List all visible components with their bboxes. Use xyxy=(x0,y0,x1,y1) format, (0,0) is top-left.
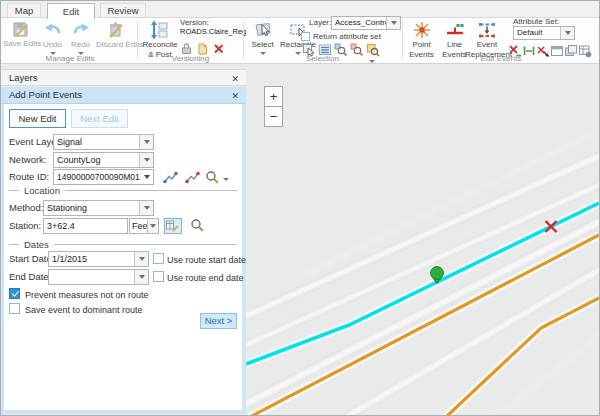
method-value: Stationing xyxy=(44,201,139,215)
group-label-edit-events: Edit Events xyxy=(403,54,599,63)
zoom-in-button[interactable]: + xyxy=(264,86,283,107)
reconcile-label-line1: Reconcile xyxy=(140,41,180,50)
group-label-versioning: Versioning xyxy=(138,54,243,63)
save-to-dominant-checkbox[interactable] xyxy=(9,303,20,314)
end-date-label: End Date: xyxy=(9,269,51,285)
method-label: Method: xyxy=(9,200,43,216)
save-edits-label: Save Edits xyxy=(3,40,37,49)
redo-icon xyxy=(71,20,91,40)
save-icon xyxy=(11,20,30,39)
station-units-value: Feet xyxy=(130,219,147,233)
add-point-events-pane-header[interactable]: Add Point Events ✕ xyxy=(1,87,246,104)
point-events-icon xyxy=(412,20,432,40)
station-units-dropdown[interactable]: Feet xyxy=(129,218,159,234)
start-date-dropdown[interactable]: 1/1/2015 xyxy=(48,251,149,267)
layer-label: Layer: xyxy=(309,18,331,27)
combo-arrow[interactable] xyxy=(141,170,153,184)
network-value: CountyLog xyxy=(54,153,139,167)
layers-pane-title: Layers xyxy=(9,72,38,83)
event-replacement-icon xyxy=(477,20,497,40)
dropdown-arrow[interactable] xyxy=(134,270,148,284)
dropdown-arrow[interactable] xyxy=(134,252,148,266)
select-label: Select xyxy=(247,41,278,50)
layer-dropdown[interactable]: Access_Control xyxy=(331,16,401,30)
route-id-value: 14900000700090M01 xyxy=(54,170,141,184)
dropdown-arrow[interactable] xyxy=(560,27,574,39)
station-value: 3+62.4 xyxy=(44,219,127,233)
select-cursor-icon xyxy=(253,20,273,40)
version-label: Version: xyxy=(180,18,209,27)
attribute-set-dropdown[interactable]: Default xyxy=(513,26,575,40)
new-edit-button[interactable]: New Edit xyxy=(9,109,66,128)
undo-button[interactable]: Undo xyxy=(39,20,66,55)
tab-edit[interactable]: Edit xyxy=(47,3,95,19)
use-route-start-date-label: Use route start date xyxy=(167,254,246,266)
use-route-start-date-checkbox[interactable] xyxy=(153,253,164,264)
dates-section-label: Dates xyxy=(24,239,49,250)
dropdown-arrow[interactable] xyxy=(139,153,153,167)
method-dropdown[interactable]: Stationing xyxy=(43,200,154,216)
group-label-manage-edits: Manage Edits xyxy=(3,54,137,63)
zoom-to-route-icon[interactable] xyxy=(205,170,219,184)
pick-station-tool-active[interactable] xyxy=(164,218,182,234)
undo-icon xyxy=(43,20,63,40)
save-to-dominant-label: Save event to dominant route xyxy=(25,304,143,316)
event-layer-value: Signal xyxy=(54,135,139,149)
attribute-set-label: Attribute Set: xyxy=(513,17,559,26)
network-dropdown[interactable]: CountyLog xyxy=(53,152,154,168)
add-point-events-title: Add Point Events xyxy=(9,89,82,100)
discard-edits-button[interactable]: Discard Edits xyxy=(96,20,135,50)
station-input[interactable]: 3+62.4 xyxy=(43,218,128,234)
use-route-end-date-checkbox[interactable] xyxy=(153,271,164,282)
network-label: Network: xyxy=(9,152,46,168)
zoom-to-station-icon[interactable] xyxy=(190,218,204,232)
select-button[interactable]: Select xyxy=(247,20,278,55)
route-id-combobox[interactable]: 14900000700090M01 xyxy=(53,169,154,185)
version-value: ROADS.Claire_Reg xyxy=(180,27,246,36)
dropdown-arrow[interactable] xyxy=(386,17,400,29)
end-date-dropdown[interactable] xyxy=(48,269,149,285)
event-layer-dropdown[interactable]: Signal xyxy=(53,134,154,150)
dropdown-arrow[interactable] xyxy=(139,135,153,149)
redo-label: Redo xyxy=(67,41,94,50)
ribbon-tabstrip: Map Edit Review xyxy=(1,1,599,18)
chevron-down-icon xyxy=(223,178,229,181)
group-label-selection: Selection xyxy=(244,54,401,63)
map-graphics xyxy=(246,64,599,415)
prevent-measures-label: Prevent measures not on route xyxy=(25,289,149,301)
tab-review[interactable]: Review xyxy=(100,3,146,17)
select-route-on-map-icon[interactable] xyxy=(163,170,177,184)
next-button[interactable]: Next > xyxy=(200,313,237,329)
location-section-label: Location xyxy=(24,185,60,196)
start-date-value: 1/1/2015 xyxy=(49,252,134,266)
point-events-label-line1: Point xyxy=(406,41,437,50)
station-label: Station: xyxy=(9,218,41,234)
use-route-end-date-label: Use route end date xyxy=(167,272,244,284)
return-attribute-set-checkbox[interactable] xyxy=(301,32,310,41)
map-zoom-control: + − xyxy=(264,86,283,127)
line-events-icon xyxy=(445,20,465,40)
save-edits-button[interactable]: Save Edits xyxy=(3,20,37,49)
discard-edits-label: Discard Edits xyxy=(96,41,135,50)
layers-pane-header[interactable]: Layers ✕ xyxy=(1,69,246,86)
close-icon[interactable]: ✕ xyxy=(231,88,239,104)
dates-section-header: Dates xyxy=(9,238,237,250)
reconcile-icon xyxy=(150,20,170,40)
redo-button[interactable]: Redo xyxy=(67,20,94,55)
basemap-roads xyxy=(246,130,599,415)
undo-label: Undo xyxy=(39,41,66,50)
dropdown-arrow[interactable] xyxy=(139,201,153,215)
ribbon: Map Edit Review Save Edits Undo xyxy=(1,1,599,64)
zoom-out-button[interactable]: − xyxy=(264,106,283,127)
station-table-icon xyxy=(165,219,181,233)
map-canvas[interactable]: + − xyxy=(246,64,599,415)
dropdown-arrow[interactable] xyxy=(147,219,158,233)
tab-map[interactable]: Map xyxy=(7,3,41,17)
clear-route-selection-icon[interactable] xyxy=(185,170,199,184)
end-date-value xyxy=(49,270,134,284)
location-section-header: Location xyxy=(9,184,237,196)
layer-value: Access_Control xyxy=(332,17,386,29)
prevent-measures-checkbox[interactable] xyxy=(9,288,20,299)
close-icon[interactable]: ✕ xyxy=(231,71,239,87)
next-edit-button[interactable]: Next Edit xyxy=(71,109,128,128)
